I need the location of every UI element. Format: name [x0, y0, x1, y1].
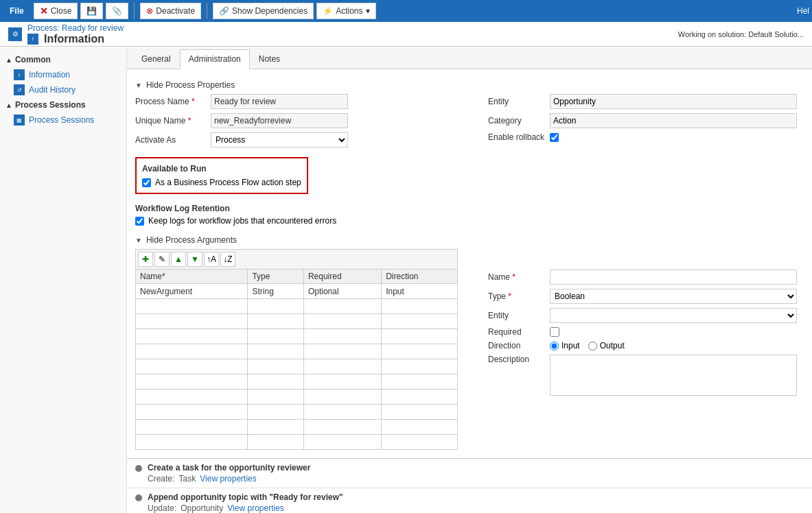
arg-description-textarea[interactable]	[550, 355, 797, 396]
tab-administration[interactable]: Administration	[180, 49, 250, 69]
arg-required-checkbox[interactable]	[550, 327, 559, 337]
sidebar: ▲ Common i Information ↺ Audit History ▲…	[0, 47, 127, 513]
right-description-label: Description	[488, 355, 550, 364]
category-label: Category	[488, 116, 550, 126]
empty-row-3	[136, 329, 458, 344]
input-radio-label: Input	[550, 341, 580, 350]
output-radio[interactable]	[588, 342, 597, 350]
tab-notes[interactable]: Notes	[250, 49, 289, 69]
hide-process-arguments-header: ▼ Hide Process Arguments	[135, 235, 804, 245]
entity-input[interactable]	[550, 94, 797, 109]
unique-name-input[interactable]	[211, 113, 348, 128]
process-name-input[interactable]	[211, 94, 348, 109]
tab-general[interactable]: General	[132, 49, 180, 69]
available-to-run-box: Available to Run As a Business Process F…	[135, 157, 308, 194]
arg-name-cell: NewArgument	[136, 284, 248, 299]
enable-rollback-checkbox[interactable]	[550, 133, 559, 142]
process-link[interactable]: Process: Ready for review	[27, 23, 124, 33]
sidebar-item-audit-history[interactable]: ↺ Audit History	[0, 82, 126, 97]
header-left: ⚙ Process: Ready for review i Informatio…	[8, 23, 124, 45]
hide-process-args-arrow-icon[interactable]: ▼	[135, 237, 142, 244]
sidebar-item-process-sessions[interactable]: ▦ Process Sessions	[0, 112, 126, 128]
main-layout: ▲ Common i Information ↺ Audit History ▲…	[0, 47, 812, 513]
show-dependencies-button[interactable]: 🔗 Show Dependencies	[213, 3, 314, 19]
right-entity-label: Entity	[488, 311, 550, 320]
audit-icon: ↺	[14, 84, 25, 95]
right-column: Entity Category Enable rollback	[474, 94, 804, 230]
unique-name-label: Unique Name	[135, 116, 211, 126]
step-action-type-1: Create:	[148, 474, 174, 484]
file-button[interactable]: File	[3, 3, 31, 19]
category-input[interactable]	[550, 113, 797, 128]
help-button[interactable]: Hel	[797, 6, 809, 16]
right-name-label: Name	[488, 272, 550, 282]
arg-required-row: Required	[488, 327, 804, 337]
process-name-row: Process Name	[135, 94, 461, 109]
hide-process-properties-label: Hide Process Properties	[146, 80, 235, 90]
col-type: Type	[248, 270, 303, 284]
right-direction-label: Direction	[488, 341, 550, 350]
arg-direction-cell: Input	[382, 284, 458, 299]
empty-row-8	[136, 405, 458, 420]
activate-as-row: Activate As Process	[135, 132, 461, 147]
deactivate-button[interactable]: ⊗ Deactivate	[140, 3, 201, 19]
args-sort-asc-button[interactable]: ↑A	[204, 252, 219, 267]
workflow-log-checkbox[interactable]	[135, 217, 144, 226]
activate-as-select[interactable]: Process	[211, 132, 348, 147]
sidebar-item-information[interactable]: i Information	[0, 67, 126, 82]
args-down-button[interactable]: ▼	[187, 252, 202, 267]
actions-button[interactable]: ⚡ Actions ▾	[316, 3, 375, 19]
args-edit-button[interactable]: ✎	[154, 252, 170, 267]
args-sort-desc-button[interactable]: ↓Z	[220, 252, 235, 267]
process-icon: ⚙	[8, 27, 22, 41]
right-required-label: Required	[488, 327, 550, 337]
empty-row-6	[136, 374, 458, 390]
step-title-2: Append opportunity topic with "Ready for…	[148, 492, 804, 502]
separator1	[134, 3, 135, 19]
bpf-checkbox[interactable]	[142, 178, 151, 187]
input-radio[interactable]	[550, 342, 559, 350]
step-bullet-1	[135, 465, 142, 472]
common-label: Common	[15, 55, 51, 64]
tabs: General Administration Notes	[127, 47, 812, 69]
table-row[interactable]: NewArgument String Optional Input	[136, 284, 458, 299]
info-icon: i	[27, 34, 38, 45]
close-button[interactable]: ✕ Close	[34, 3, 78, 19]
content-body: ▼ Hide Process Properties Process Name U…	[127, 69, 812, 455]
arg-name-input[interactable]	[550, 270, 797, 285]
workflow-log-section: Workflow Log Retention Keep logs for wor…	[135, 204, 461, 226]
process-name-label: Process Name	[135, 97, 211, 106]
step-view-properties-1[interactable]: View properties	[200, 474, 257, 484]
output-radio-label: Output	[588, 341, 625, 350]
process-properties-content: Process Name Unique Name Activate As Pro…	[135, 94, 804, 230]
args-up-button[interactable]: ▲	[171, 252, 186, 267]
arg-type-select[interactable]: Boolean	[550, 289, 797, 304]
empty-row-4	[136, 344, 458, 359]
args-left-col: ✚ ✎ ▲ ▼ ↑A ↓Z Name* Type Required	[135, 249, 474, 450]
deactivate-icon: ⊗	[146, 6, 153, 16]
process-sessions-section-label: Process Sessions	[15, 100, 86, 110]
process-sessions-icon: ▦	[14, 115, 25, 126]
step-view-properties-2[interactable]: View properties	[227, 503, 284, 513]
actions-arrow-icon: ▾	[366, 6, 370, 16]
attachment-button[interactable]: 📎	[106, 3, 128, 19]
common-section-header[interactable]: ▲ Common	[0, 52, 126, 67]
arg-entity-select[interactable]	[550, 308, 797, 323]
step-action-target-1: Task	[178, 474, 196, 484]
save-button[interactable]: 💾	[80, 3, 103, 19]
empty-row-9	[136, 420, 458, 435]
hide-process-properties-header: ▼ Hide Process Properties	[135, 80, 804, 90]
process-sessions-section-header[interactable]: ▲ Process Sessions	[0, 97, 126, 112]
page-title: Information	[44, 33, 104, 45]
empty-row-1	[136, 299, 458, 314]
arg-required-cell: Optional	[303, 284, 381, 299]
step-action-target-2: Opportunity	[181, 503, 223, 513]
hide-process-properties-arrow-icon[interactable]: ▼	[135, 82, 142, 89]
bpf-checkbox-row: As a Business Process Flow action step	[142, 178, 301, 187]
hide-process-arguments-label: Hide Process Arguments	[146, 235, 237, 245]
ribbon: File ✕ Close 💾 📎 ⊗ Deactivate 🔗 Show Dep…	[0, 0, 812, 22]
empty-row-10	[136, 435, 458, 450]
enable-rollback-row: Enable rollback	[488, 132, 804, 142]
args-add-button[interactable]: ✚	[138, 252, 153, 267]
close-icon: ✕	[40, 5, 48, 16]
